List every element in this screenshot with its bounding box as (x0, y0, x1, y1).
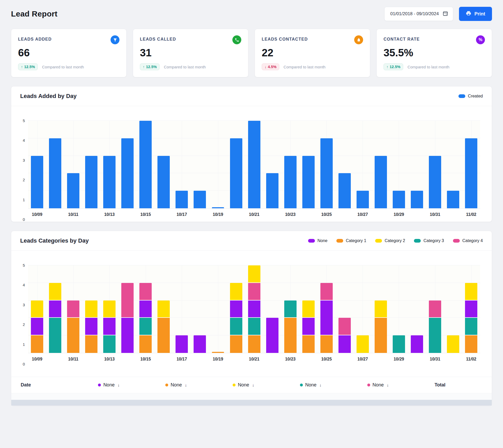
category-dot (367, 384, 370, 386)
stacked-bar (31, 265, 43, 353)
bar-slot (28, 265, 46, 353)
bar-slot (209, 265, 227, 353)
x-tick-label (155, 357, 173, 364)
y-tick-label: 3 (23, 303, 25, 307)
bar-segment (157, 301, 170, 318)
printer-icon (466, 10, 471, 17)
x-tick-label: 10/31 (426, 212, 444, 220)
legend-chip (375, 239, 382, 243)
bar-slot (173, 121, 191, 208)
bar-segment (176, 335, 188, 353)
kpi-delta-badge: ↑ 12.5% (384, 63, 403, 70)
bar-segment (284, 301, 297, 318)
x-tick-label (263, 357, 281, 364)
print-label: Print (474, 11, 485, 17)
bar-slot (82, 265, 100, 353)
legend-item-none[interactable]: None (308, 238, 327, 243)
bar-segment (139, 335, 152, 353)
x-tick-label (336, 212, 354, 220)
stacked-bar (320, 265, 333, 353)
bar-segment (121, 283, 134, 318)
x-tick-label: 10/29 (390, 212, 408, 220)
bar (375, 156, 387, 208)
bar-slot (462, 121, 480, 208)
bar-slot (46, 265, 64, 353)
column-header-none-5[interactable]: None ↓ (367, 382, 435, 388)
x-tick-label (227, 357, 245, 364)
bar (320, 138, 333, 208)
print-button[interactable]: Print (459, 7, 492, 21)
bar-slot (354, 121, 372, 208)
phone-icon (232, 35, 241, 44)
bar-segment (85, 301, 97, 318)
legend-label: Category 3 (423, 238, 444, 243)
bar-slot (100, 265, 118, 353)
x-tick-label (263, 212, 281, 220)
bar (157, 156, 170, 208)
bar (248, 121, 260, 208)
bar-slot (318, 265, 336, 353)
stacked-bar (49, 265, 61, 353)
bar-segment (212, 352, 224, 353)
bar-segment (31, 335, 43, 353)
bar-slot (245, 121, 263, 208)
bar-segment (465, 335, 477, 353)
bar-segment (67, 318, 79, 353)
y-tick-label: 2 (23, 178, 25, 182)
bar-segment (248, 301, 260, 318)
x-tick-label (155, 212, 173, 220)
stacked-bar (157, 265, 170, 353)
sort-down-icon: ↓ (319, 383, 321, 387)
bar-segment (320, 335, 333, 353)
bar-segment (31, 318, 43, 335)
legend-item-category-2[interactable]: Category 2 (375, 238, 405, 243)
plot-area (28, 265, 480, 353)
x-tick-label: 10/15 (136, 357, 155, 364)
bar-segment (465, 283, 477, 301)
bar-segment (302, 335, 315, 353)
bar-segment (357, 335, 369, 353)
sort-down-icon: ↓ (117, 383, 119, 387)
bar (121, 138, 134, 208)
column-header-none-3[interactable]: None ↓ (233, 382, 300, 388)
legend-label: Created (468, 94, 483, 99)
bar-segment (338, 318, 351, 335)
column-header-none-4[interactable]: None ↓ (300, 382, 367, 388)
stacked-bar (85, 265, 97, 353)
stacked-bar (465, 265, 477, 353)
bar-slot (408, 121, 426, 208)
x-tick-label (46, 357, 64, 364)
kpi-delta-value: 12.5% (390, 65, 400, 69)
stacked-bar (338, 265, 351, 353)
legend-item-category-3[interactable]: Category 3 (414, 238, 444, 243)
bar (302, 156, 315, 208)
x-tick-label: 10/09 (28, 357, 46, 364)
legend-item-category-1[interactable]: Category 1 (336, 238, 366, 243)
stacked-bar (176, 265, 188, 353)
date-range-picker[interactable]: 01/01/2018 - 09/10/2024 (384, 7, 453, 21)
kpi-card-leads-called: LEADS CALLED 31 ↑ 12.5% Compared to last… (133, 29, 248, 77)
x-tick-label: 10/13 (100, 357, 118, 364)
bar-segment (121, 318, 134, 353)
bar (85, 156, 97, 208)
legend-item-created[interactable]: Created (458, 94, 483, 99)
bar-segment (230, 335, 242, 353)
x-tick-label: 10/29 (390, 357, 408, 364)
table-header-row: Date None ↓ None ↓ None ↓ (11, 377, 492, 393)
y-tick-label: 5 (23, 118, 25, 123)
legend-item-category-4[interactable]: Category 4 (453, 238, 483, 243)
x-tick-label: 10/15 (136, 212, 155, 220)
column-header-none-2[interactable]: None ↓ (165, 382, 233, 388)
bar-segment (139, 301, 152, 318)
bar (465, 138, 477, 208)
bar-slot (191, 265, 209, 353)
x-tick-label: 10/11 (64, 212, 82, 220)
stacked-bar (411, 265, 423, 353)
bar-segment (139, 283, 152, 301)
bar (230, 138, 242, 208)
bar-segment (302, 318, 315, 335)
category-dot (233, 384, 236, 386)
x-tick-label (82, 357, 100, 364)
column-header-none-1[interactable]: None ↓ (98, 382, 165, 388)
y-tick-label: 4 (23, 283, 25, 287)
